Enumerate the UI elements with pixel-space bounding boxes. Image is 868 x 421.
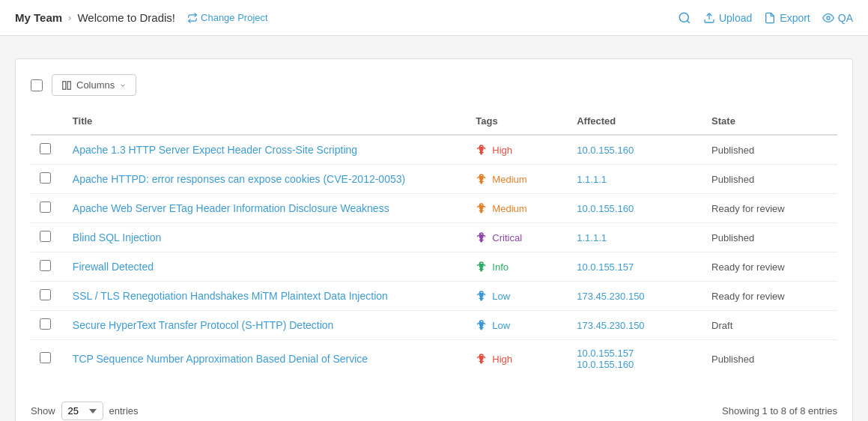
- tag-cell: High: [476, 144, 559, 156]
- issue-link[interactable]: Apache HTTPD: error responses can expose…: [73, 173, 405, 185]
- row-affected-cell: 10.0.155.160: [568, 135, 702, 165]
- search-button[interactable]: [678, 11, 691, 25]
- project-title: Welcome to Dradis!: [77, 11, 175, 24]
- affected-link[interactable]: 10.0.155.157: [577, 261, 694, 273]
- svg-rect-4: [63, 81, 66, 89]
- row-affected-cell: 10.0.155.157: [568, 252, 702, 282]
- row-state-cell: Published: [702, 165, 837, 194]
- row-title-cell: Apache Web Server ETag Header Informatio…: [64, 194, 467, 223]
- issue-link[interactable]: Apache 1.3 HTTP Server Expect Header Cro…: [73, 144, 357, 156]
- tag-label: Medium: [492, 174, 526, 185]
- row-tags-cell: High: [467, 340, 568, 378]
- tag-cell: Low: [476, 319, 559, 331]
- search-icon: [678, 11, 691, 25]
- table-row: Apache 1.3 HTTP Server Expect Header Cro…: [31, 135, 837, 165]
- row-state-cell: Published: [702, 135, 837, 165]
- tag-cell: Medium: [476, 173, 559, 185]
- affected-link[interactable]: 1.1.1.1: [577, 174, 694, 185]
- bug-icon: [476, 290, 488, 302]
- tag-label: Medium: [492, 203, 526, 214]
- qa-button[interactable]: QA: [822, 12, 853, 24]
- state-label: Draft: [711, 320, 732, 331]
- row-title-cell: Apache 1.3 HTTP Server Expect Header Cro…: [64, 135, 467, 165]
- state-label: Published: [711, 354, 754, 365]
- issue-link[interactable]: Firewall Detected: [73, 261, 154, 273]
- affected-link[interactable]: 173.45.230.150: [577, 320, 694, 331]
- row-affected-cell: 1.1.1.1: [568, 165, 702, 194]
- row-checkbox[interactable]: [40, 260, 51, 271]
- show-entries: Show 10 25 50 100 entries: [31, 402, 139, 420]
- row-checkbox[interactable]: [40, 172, 51, 184]
- table-row: Blind SQL Injection Critical 1.1.1.1 Pub…: [31, 223, 837, 252]
- affected-link[interactable]: 10.0.155.157: [577, 348, 694, 359]
- row-tags-cell: High: [467, 135, 568, 165]
- row-state-cell: Published: [702, 223, 837, 252]
- row-checkbox-cell: [31, 223, 64, 252]
- upload-button[interactable]: Upload: [703, 12, 752, 24]
- bug-icon: [476, 144, 488, 156]
- row-tags-cell: Medium: [467, 194, 568, 223]
- issue-link[interactable]: TCP Sequence Number Approximation Based …: [73, 353, 368, 365]
- row-tags-cell: Info: [467, 252, 568, 282]
- affected-link[interactable]: 1.1.1.1: [577, 232, 694, 243]
- affected-link[interactable]: 10.0.155.160: [577, 145, 694, 156]
- state-label: Published: [711, 174, 754, 185]
- row-tags-cell: Medium: [467, 165, 568, 194]
- select-all-checkbox[interactable]: [31, 79, 43, 91]
- row-checkbox-cell: [31, 194, 64, 223]
- row-checkbox[interactable]: [40, 231, 51, 242]
- row-title-cell: SSL / TLS Renegotiation Handshakes MiTM …: [64, 282, 467, 311]
- bug-icon: [476, 319, 488, 331]
- columns-icon: [61, 80, 72, 91]
- bug-icon: [476, 353, 488, 365]
- row-checkbox-cell: [31, 252, 64, 282]
- issue-link[interactable]: SSL / TLS Renegotiation Handshakes MiTM …: [73, 290, 388, 302]
- per-page-select[interactable]: 10 25 50 100: [61, 402, 103, 420]
- svg-line-1: [687, 20, 689, 22]
- team-name[interactable]: My Team: [15, 11, 62, 24]
- row-title-cell: Secure HyperText Transfer Protocol (S-HT…: [64, 311, 467, 340]
- row-checkbox[interactable]: [40, 143, 51, 154]
- row-state-cell: Ready for review: [702, 194, 837, 223]
- affected-link[interactable]: 10.0.155.160: [577, 359, 694, 370]
- row-tags-cell: Critical: [467, 223, 568, 252]
- affected-link[interactable]: 173.45.230.150: [577, 291, 694, 302]
- main-content: Columns Title Tags Affected State: [0, 36, 868, 421]
- pagination-bar: Show 10 25 50 100 entries Showing 1 to 8…: [31, 393, 837, 420]
- row-checkbox[interactable]: [40, 352, 51, 363]
- table-row: Apache Web Server ETag Header Informatio…: [31, 194, 837, 223]
- bug-icon: [476, 261, 488, 273]
- row-title-cell: Firewall Detected: [64, 252, 467, 282]
- upload-icon: [703, 12, 715, 24]
- row-checkbox-cell: [31, 340, 64, 378]
- th-tags: Tags: [467, 108, 568, 135]
- chevron-down-icon: [119, 82, 127, 89]
- switch-icon: [187, 13, 198, 23]
- row-checkbox[interactable]: [40, 318, 51, 330]
- tag-cell: High: [476, 353, 559, 365]
- qa-icon: [822, 12, 834, 24]
- svg-rect-5: [67, 81, 70, 89]
- row-checkbox[interactable]: [40, 202, 51, 213]
- table-toolbar: Columns: [31, 74, 837, 96]
- export-button[interactable]: Export: [764, 12, 810, 24]
- tag-label: High: [492, 145, 512, 156]
- row-checkbox[interactable]: [40, 289, 51, 300]
- table-row: SSL / TLS Renegotiation Handshakes MiTM …: [31, 282, 837, 311]
- state-label: Ready for review: [711, 261, 785, 273]
- row-affected-cell: 10.0.155.160: [568, 194, 702, 223]
- table-row: Firewall Detected Info 10.0.155.157 Read…: [31, 252, 837, 282]
- issue-link[interactable]: Apache Web Server ETag Header Informatio…: [73, 202, 389, 214]
- change-project-link[interactable]: Change Project: [187, 12, 268, 23]
- table-container: Columns Title Tags Affected State: [15, 58, 853, 421]
- row-state-cell: Ready for review: [702, 282, 837, 311]
- columns-button[interactable]: Columns: [52, 74, 136, 96]
- row-tags-cell: Low: [467, 282, 568, 311]
- th-checkbox: [31, 108, 64, 135]
- affected-link[interactable]: 10.0.155.160: [577, 203, 694, 214]
- issue-link[interactable]: Secure HyperText Transfer Protocol (S-HT…: [73, 319, 334, 331]
- row-affected-cell: 173.45.230.150: [568, 282, 702, 311]
- row-checkbox-cell: [31, 282, 64, 311]
- row-tags-cell: Low: [467, 311, 568, 340]
- issue-link[interactable]: Blind SQL Injection: [73, 231, 162, 243]
